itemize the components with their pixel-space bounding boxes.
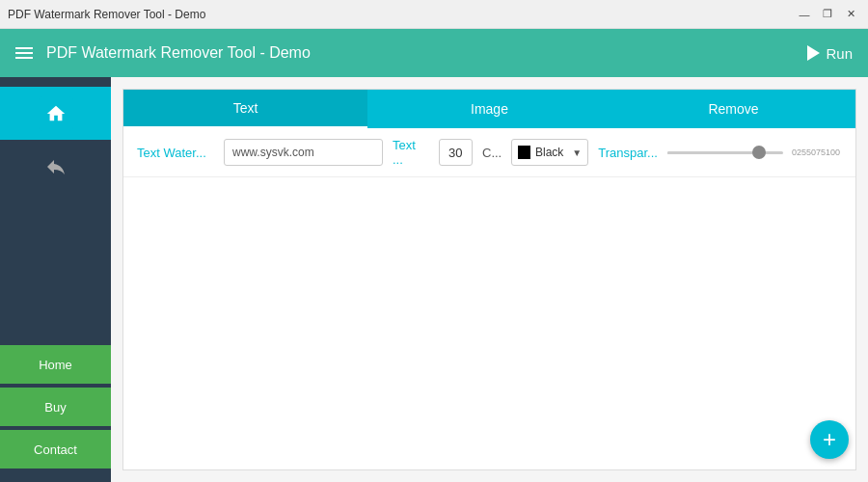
text-type-label[interactable]: Text ... (393, 138, 429, 167)
transparency-label[interactable]: Transpar... (598, 146, 658, 160)
color-label: C... (482, 146, 502, 160)
color-name: Black (535, 146, 563, 159)
add-button-wrap: + (810, 420, 849, 459)
tab-image[interactable]: Image (367, 90, 611, 128)
main-content: Text Image Remove Text Water... Text ...… (111, 77, 868, 482)
tab-text[interactable]: Text (123, 90, 367, 128)
sidebar-top (0, 77, 111, 345)
tabs: Text Image Remove (123, 90, 855, 128)
transparency-slider-wrap: 0 25 50 75 100 (667, 143, 842, 162)
title-bar-text: PDF Watermark Remover Tool - Demo (8, 8, 205, 21)
slider-track (667, 151, 783, 154)
home-icon-wrap (39, 96, 73, 131)
color-dropdown-arrow: ▼ (572, 147, 582, 158)
tab-remove[interactable]: Remove (611, 90, 855, 128)
sidebar: Home Buy Contact (0, 77, 111, 482)
watermark-label[interactable]: Text Water... (137, 146, 214, 160)
minimize-button[interactable]: — (795, 5, 814, 24)
watermark-row: Text Water... Text ... 30 C... Black ▼ T… (123, 128, 855, 177)
run-label: Run (826, 45, 853, 62)
sidebar-item-home[interactable]: Home (0, 345, 111, 384)
home-icon (45, 103, 67, 124)
transparency-slider[interactable] (667, 143, 783, 162)
title-bar-controls: — ❐ ✕ (795, 5, 860, 24)
font-size-box[interactable]: 30 (439, 139, 473, 166)
sidebar-item-contact[interactable]: Contact (0, 430, 111, 469)
exit-icon (44, 155, 68, 178)
hamburger-menu[interactable] (15, 47, 33, 59)
sidebar-home-icon-btn[interactable] (0, 87, 111, 140)
header-left: PDF Watermark Remover Tool - Demo (15, 44, 311, 62)
color-swatch (518, 146, 530, 159)
play-icon (807, 45, 820, 61)
tick-50: 50 (806, 147, 816, 157)
slider-thumb[interactable] (752, 146, 766, 159)
header-title: PDF Watermark Remover Tool - Demo (46, 44, 311, 62)
tick-75: 75 (816, 147, 826, 157)
tick-25: 25 (797, 147, 806, 157)
watermark-text-input[interactable] (224, 139, 383, 166)
header: PDF Watermark Remover Tool - Demo Run (0, 29, 868, 77)
content-panel: Text Image Remove Text Water... Text ...… (122, 89, 856, 470)
run-button[interactable]: Run (807, 45, 853, 62)
color-select[interactable]: Black ▼ (511, 139, 588, 166)
sidebar-item-buy[interactable]: Buy (0, 388, 111, 426)
exit-icon-wrap (39, 149, 73, 184)
main-relative: Text Image Remove Text Water... Text ...… (111, 77, 868, 482)
sidebar-nav: Home Buy Contact (0, 345, 111, 482)
body: Home Buy Contact Text Image Remove Text (0, 77, 868, 482)
slider-fill (667, 151, 754, 154)
tick-100: 100 (826, 147, 840, 157)
app: PDF Watermark Remover Tool - Demo Run (0, 29, 868, 482)
title-bar: PDF Watermark Remover Tool - Demo — ❐ ✕ (0, 0, 868, 29)
sidebar-exit-icon-btn[interactable] (0, 140, 111, 193)
add-button[interactable]: + (810, 420, 849, 459)
font-size-value: 30 (448, 146, 462, 160)
slider-ticks: 0 25 50 75 100 (790, 147, 842, 157)
restore-button[interactable]: ❐ (818, 5, 837, 24)
close-button[interactable]: ✕ (841, 5, 860, 24)
